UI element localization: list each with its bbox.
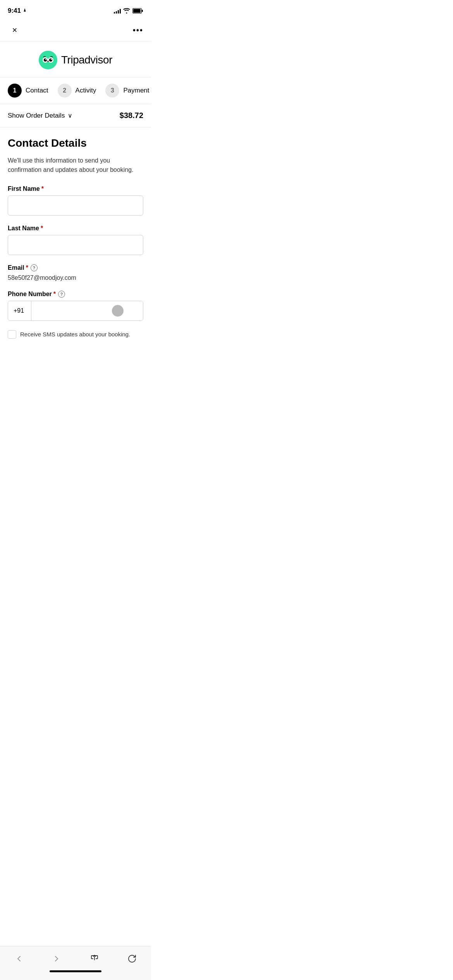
email-info-icon[interactable]: ? [31, 264, 38, 271]
phone-prefix[interactable]: +91 [8, 301, 31, 320]
step-1-label: Contact [26, 87, 48, 94]
phone-info-icon[interactable]: ? [58, 291, 65, 298]
step-1[interactable]: 1 Contact [8, 84, 48, 98]
svg-rect-1 [133, 9, 141, 13]
step-2-circle: 2 [58, 84, 72, 98]
svg-point-7 [45, 59, 46, 60]
last-name-required: * [41, 225, 43, 232]
sms-checkbox[interactable] [8, 330, 16, 339]
phone-container: +91 [8, 301, 143, 321]
email-required: * [26, 264, 28, 271]
step-2[interactable]: 2 Activity [58, 84, 96, 98]
logo-text: Tripadvisor [61, 54, 112, 66]
logo-section: Tripadvisor [0, 41, 151, 77]
svg-point-6 [49, 58, 52, 62]
last-name-input[interactable] [8, 235, 143, 255]
main-content: Contact Details We'll use this informati… [0, 127, 151, 348]
nav-bar: × ••• [0, 19, 151, 41]
location-icon [22, 8, 27, 14]
chevron-down-icon: ∨ [68, 112, 72, 119]
step-3-label: Payment [123, 87, 149, 94]
sms-label: Receive SMS updates about your booking. [20, 331, 130, 338]
first-name-label-text: First Name [8, 185, 40, 192]
step-2-label: Activity [76, 87, 96, 94]
status-bar: 9:41 [0, 0, 151, 19]
email-label-text: Email [8, 264, 24, 271]
first-name-label: First Name * [8, 185, 143, 192]
svg-point-8 [51, 59, 52, 60]
phone-label: Phone Number * ? [8, 291, 143, 298]
close-button[interactable]: × [8, 23, 22, 37]
order-bar-left: Show Order Details ∨ [8, 112, 72, 120]
first-name-required: * [41, 185, 44, 192]
order-details-label: Show Order Details [8, 112, 65, 120]
first-name-field-group: First Name * [8, 185, 143, 216]
phone-label-text: Phone Number [8, 291, 52, 298]
svg-rect-2 [142, 10, 143, 12]
battery-icon [132, 8, 143, 14]
svg-point-5 [44, 58, 47, 62]
step-3[interactable]: 3 Payment [105, 84, 149, 98]
wifi-icon [123, 8, 130, 14]
email-label: Email * ? [8, 264, 143, 271]
phone-input[interactable] [31, 301, 143, 320]
sms-row: Receive SMS updates about your booking. [8, 330, 143, 339]
step-1-circle: 1 [8, 84, 22, 98]
form-description: We'll use this information to send you c… [8, 156, 143, 175]
first-name-input[interactable] [8, 195, 143, 216]
scroll-indicator [112, 305, 124, 317]
status-icons [114, 8, 143, 14]
order-price: $38.72 [120, 111, 143, 120]
steps-container: 1 Contact 2 Activity 3 Payment [8, 84, 143, 98]
phone-field-group: Phone Number * ? +91 [8, 291, 143, 321]
signal-icon [114, 8, 121, 14]
logo-container: Tripadvisor [39, 51, 112, 69]
order-bar[interactable]: Show Order Details ∨ $38.72 [0, 104, 151, 127]
steps-section: 1 Contact 2 Activity 3 Payment [0, 77, 151, 104]
last-name-field-group: Last Name * [8, 225, 143, 255]
status-time: 9:41 [8, 7, 27, 15]
last-name-label: Last Name * [8, 225, 143, 232]
phone-required: * [53, 291, 56, 298]
email-field-group: Email * ? 58e50f27@moodjoy.com [8, 264, 143, 281]
time-text: 9:41 [8, 7, 21, 15]
step-3-circle: 3 [105, 84, 119, 98]
last-name-label-text: Last Name [8, 225, 39, 232]
more-button[interactable]: ••• [133, 26, 143, 35]
email-value: 58e50f27@moodjoy.com [8, 274, 143, 281]
tripadvisor-logo-icon [39, 51, 57, 69]
page-title: Contact Details [8, 137, 143, 150]
